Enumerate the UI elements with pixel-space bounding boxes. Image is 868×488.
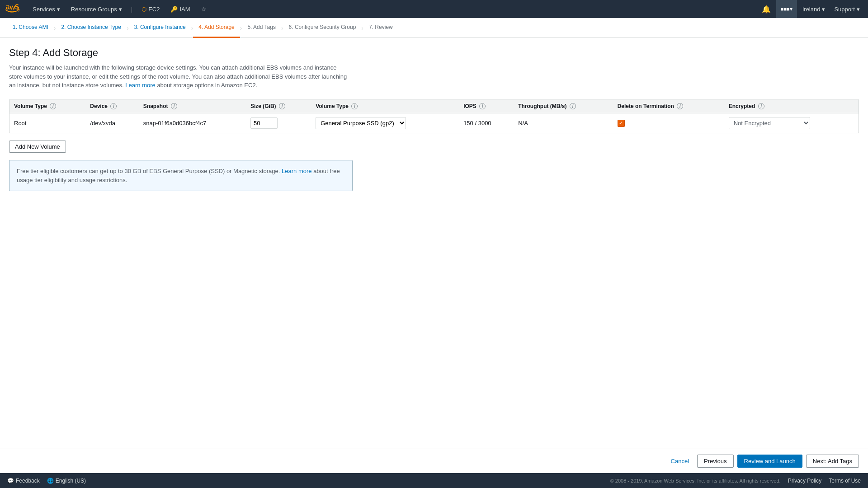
step-1[interactable]: 1. Choose AMI <box>7 18 54 38</box>
col-header-volume-type: Volume Type i <box>9 99 85 113</box>
chevron-down-icon: ▾ <box>857 6 860 13</box>
privacy-policy-link[interactable]: Privacy Policy <box>788 478 822 484</box>
learn-more-link[interactable]: Learn more <box>125 82 155 89</box>
nav-separator: | <box>131 6 132 13</box>
volume-type-info-icon[interactable]: i <box>50 103 56 109</box>
region-selector[interactable]: Ireland ▾ <box>799 0 829 18</box>
step-5-label: 5. Add Tags <box>247 24 276 30</box>
footer-bar: Cancel Previous Review and Launch Next: … <box>0 449 868 473</box>
size-input[interactable] <box>250 117 278 129</box>
chevron-down-icon: ▾ <box>790 6 793 12</box>
previous-button[interactable]: Previous <box>697 455 734 468</box>
cell-iops: 150 / 3000 <box>459 113 514 133</box>
copyright-text: © 2008 - 2019, Amazon Web Services, Inc.… <box>610 478 781 483</box>
language-selector[interactable]: 🌐 English (US) <box>47 478 86 484</box>
step-3[interactable]: 3. Configure Instance <box>129 18 191 38</box>
step-6-label: 6. Configure Security Group <box>289 24 356 30</box>
cell-encrypted[interactable]: Not Encrypted aws/ebs (Default) <box>724 113 859 133</box>
globe-icon: 🌐 <box>47 478 54 484</box>
cell-throughput: N/A <box>514 113 613 133</box>
step-7[interactable]: 7. Review <box>363 18 398 38</box>
chevron-down-icon: ▾ <box>57 6 60 13</box>
support-menu[interactable]: Support ▾ <box>830 0 863 18</box>
cell-size[interactable] <box>246 113 311 133</box>
step-3-label: 3. Configure Instance <box>134 24 186 30</box>
step-6[interactable]: 6. Configure Security Group <box>283 18 362 38</box>
delete-on-term-info-icon[interactable]: i <box>677 103 683 109</box>
review-and-launch-button[interactable]: Review and Launch <box>737 455 802 468</box>
table-row: Root /dev/xvda snap-01f6a0d036bcf4c7 Gen… <box>9 113 859 133</box>
col-header-iops: IOPS i <box>459 99 514 113</box>
col-header-volume-type-col: Volume Type i <box>311 99 459 113</box>
user-menu[interactable]: ■■■ ▾ <box>776 0 797 18</box>
star-icon: ☆ <box>201 6 207 13</box>
feedback-link[interactable]: 💬 Feedback <box>7 478 40 484</box>
cell-snapshot: snap-01f6a0d036bcf4c7 <box>139 113 246 133</box>
add-new-volume-button[interactable]: Add New Volume <box>9 141 66 153</box>
iops-info-icon[interactable]: i <box>479 103 486 109</box>
cell-volume-type: Root <box>9 113 85 133</box>
snapshot-info-icon[interactable]: i <box>171 103 177 109</box>
table-header-row: Volume Type i Device i Snapshot i Size (… <box>9 99 859 113</box>
storage-table: Volume Type i Device i Snapshot i Size (… <box>9 99 859 133</box>
cell-device: /dev/xvda <box>85 113 138 133</box>
content-spacer <box>0 324 868 449</box>
ec2-nav[interactable]: ⬡ EC2 <box>138 0 163 18</box>
page-description: Your instance will be launched with the … <box>9 63 348 90</box>
terms-of-use-link[interactable]: Terms of Use <box>829 478 861 484</box>
col-header-encrypted: Encrypted i <box>724 99 859 113</box>
iam-nav[interactable]: 🔑 IAM <box>167 0 193 18</box>
chevron-down-icon: ▾ <box>822 6 825 13</box>
encrypted-info-icon[interactable]: i <box>758 103 764 109</box>
step-7-label: 7. Review <box>369 24 393 30</box>
cell-delete-on-termination[interactable]: ✓ <box>613 113 724 133</box>
top-navigation: Services ▾ Resource Groups ▾ | ⬡ EC2 🔑 I… <box>0 0 868 18</box>
col-header-delete-on-term: Delete on Termination i <box>613 99 724 113</box>
throughput-info-icon[interactable]: i <box>570 103 576 109</box>
bottom-bar: 💬 Feedback 🌐 English (US) © 2008 - 2019,… <box>0 473 868 488</box>
step-4[interactable]: 4. Add Storage <box>193 18 240 38</box>
col-header-device: Device i <box>85 99 138 113</box>
step-1-label: 1. Choose AMI <box>13 24 48 30</box>
aws-logo[interactable] <box>5 4 22 14</box>
step-4-label: 4. Add Storage <box>198 24 234 30</box>
wizard-steps: 1. Choose AMI › 2. Choose Instance Type … <box>0 18 868 38</box>
main-content: Step 4: Add Storage Your instance will b… <box>0 38 868 324</box>
page-title: Step 4: Add Storage <box>9 47 859 59</box>
favorites-nav[interactable]: ☆ <box>198 0 210 18</box>
device-info-icon[interactable]: i <box>110 103 117 109</box>
services-nav[interactable]: Services ▾ <box>29 0 64 18</box>
free-tier-learn-more-link[interactable]: Learn more <box>282 168 311 174</box>
step-5[interactable]: 5. Add Tags <box>242 18 281 38</box>
next-button[interactable]: Next: Add Tags <box>806 455 859 468</box>
storage-table-container: Volume Type i Device i Snapshot i Size (… <box>9 99 859 134</box>
bell-icon[interactable]: 🔔 <box>758 0 774 18</box>
size-info-icon[interactable]: i <box>279 103 285 109</box>
free-tier-notice: Free tier eligible customers can get up … <box>9 160 353 191</box>
resource-groups-nav[interactable]: Resource Groups ▾ <box>67 0 126 18</box>
volume-type-select[interactable]: General Purpose SSD (gp2) Provisioned IO… <box>316 117 406 129</box>
col-header-size: Size (GiB) i <box>246 99 311 113</box>
step-2-label: 2. Choose Instance Type <box>61 24 121 30</box>
chevron-down-icon: ▾ <box>119 6 122 13</box>
feedback-icon: 💬 <box>7 478 14 484</box>
delete-on-termination-checkbox[interactable]: ✓ <box>618 120 625 127</box>
encrypted-select[interactable]: Not Encrypted aws/ebs (Default) <box>729 117 810 129</box>
col-header-snapshot: Snapshot i <box>139 99 246 113</box>
cell-volume-type-value[interactable]: General Purpose SSD (gp2) Provisioned IO… <box>311 113 459 133</box>
step-2[interactable]: 2. Choose Instance Type <box>56 18 127 38</box>
volume-type-col-info-icon[interactable]: i <box>351 103 358 109</box>
cancel-button[interactable]: Cancel <box>666 455 693 467</box>
col-header-throughput: Throughput (MB/s) i <box>514 99 613 113</box>
